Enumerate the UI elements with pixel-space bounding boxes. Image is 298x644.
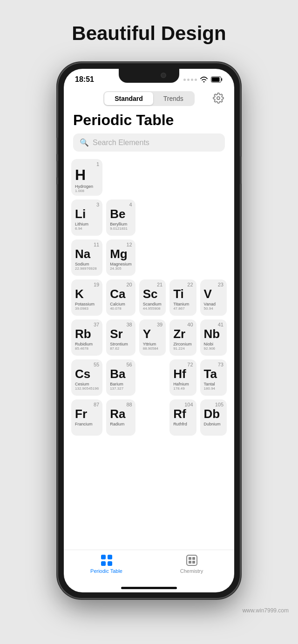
element-Hf[interactable]: 72 Hf Hafnium 178.49: [169, 359, 196, 396]
element-Ca[interactable]: 20 Ca Calcium 40.078: [106, 279, 135, 316]
tab-chemistry-label: Chemistry: [180, 568, 203, 574]
element-mass: 1.008: [75, 189, 84, 193]
empty-10: [200, 239, 227, 276]
periodic-table-tab-icon: [100, 554, 113, 567]
search-placeholder: Search Elements: [93, 139, 149, 147]
segmented-area: Standard Trends: [64, 86, 234, 109]
notch-camera: [161, 73, 166, 78]
periodic-scroll: 1 H Hydrogen 1.008 3 Li Lithium 6.94 4: [64, 157, 234, 550]
element-Ba[interactable]: 56 Ba Barium 137.327: [106, 359, 135, 396]
element-K[interactable]: 19 K Potassium 39.0983: [71, 279, 102, 316]
element-Li[interactable]: 3 Li Lithium 6.94: [71, 199, 102, 236]
empty-5: [139, 199, 166, 236]
tab-bar: Periodic Table Chemistry: [64, 550, 234, 583]
element-Db[interactable]: 105 Db Dubnium: [200, 399, 227, 436]
svg-rect-4: [108, 555, 112, 559]
empty-9: [169, 239, 196, 276]
element-Be[interactable]: 4 Be Beryllium 9.0121831: [106, 199, 135, 236]
element-Y[interactable]: 39 Y Yttrium 88.90584: [139, 319, 166, 356]
page-headline: Beautiful Design: [72, 22, 226, 45]
phone-screen: 18:51: [64, 69, 234, 592]
element-Rb[interactable]: 37 Rb Rubidium 85.4678: [71, 319, 102, 356]
chemistry-tab-icon: [185, 554, 198, 567]
empty-1: [106, 159, 135, 196]
svg-rect-5: [101, 561, 106, 566]
signal-dot-4: [195, 79, 197, 81]
signal-dots: [183, 79, 197, 81]
svg-rect-7: [187, 555, 197, 565]
tab-periodic-table[interactable]: Periodic Table: [64, 554, 149, 574]
element-Ta[interactable]: 73 Ta Tantal 180.94: [200, 359, 227, 396]
home-bar: [121, 587, 177, 589]
search-bar[interactable]: 🔍 Search Elements: [73, 133, 225, 152]
segmented-control: Standard Trends: [103, 91, 195, 106]
signal-dot-2: [187, 79, 190, 81]
empty-11: [139, 359, 166, 396]
watermark: www.win7999.com: [243, 607, 298, 614]
element-V[interactable]: 23 V Vanad 50.94: [200, 279, 227, 316]
svg-point-2: [217, 97, 220, 100]
empty-4: [200, 159, 227, 196]
svg-rect-1: [212, 77, 220, 81]
wifi-icon: [200, 76, 208, 83]
status-icons: [183, 76, 223, 83]
notch: [119, 69, 179, 83]
periodic-grid: 1 H Hydrogen 1.008 3 Li Lithium 6.94 4: [71, 159, 227, 436]
tab-periodic-table-label: Periodic Table: [90, 568, 122, 574]
empty-3: [169, 159, 196, 196]
element-Cs[interactable]: 55 Cs Cesium 132.90545196: [71, 359, 102, 396]
phone-frame: 18:51: [58, 63, 240, 598]
svg-rect-8: [189, 557, 191, 560]
element-Fr[interactable]: 87 Fr Francium: [71, 399, 102, 436]
app-title: Periodic Table: [64, 109, 234, 133]
empty-6: [169, 199, 196, 236]
search-icon: 🔍: [80, 138, 89, 147]
status-time: 18:51: [75, 75, 94, 84]
empty-12: [139, 399, 166, 436]
tab-chemistry[interactable]: Chemistry: [149, 554, 234, 574]
element-Ti[interactable]: 22 Ti Titanium 47.867: [169, 279, 196, 316]
signal-dot-1: [183, 79, 186, 81]
element-number: 1: [96, 161, 99, 167]
element-Rf[interactable]: 104 Rf Ruthfrd: [169, 399, 196, 436]
element-Mg[interactable]: 12 Mg Magnesium 24.305: [106, 239, 135, 276]
element-Sr[interactable]: 38 Sr Strontium 87.62: [106, 319, 135, 356]
element-Zr[interactable]: 40 Zr Zirconium 91.224: [169, 319, 196, 356]
element-H[interactable]: 1 H Hydrogen 1.008: [71, 159, 102, 196]
svg-rect-10: [189, 561, 191, 564]
element-name: Hydrogen: [75, 184, 93, 189]
element-Ra[interactable]: 88 Ra Radium: [106, 399, 135, 436]
battery-icon: [211, 76, 223, 83]
element-Sc[interactable]: 21 Sc Scandium 44.955908: [139, 279, 166, 316]
element-Nb[interactable]: 41 Nb Niobi 92.906: [200, 319, 227, 356]
seg-standard[interactable]: Standard: [104, 92, 153, 105]
seg-trends[interactable]: Trends: [153, 92, 194, 105]
svg-rect-11: [192, 561, 195, 564]
settings-button[interactable]: [212, 92, 225, 105]
empty-7: [200, 199, 227, 236]
svg-rect-6: [108, 561, 112, 566]
svg-rect-9: [192, 557, 195, 560]
empty-8: [139, 239, 166, 276]
signal-dot-3: [191, 79, 193, 81]
svg-rect-3: [101, 555, 106, 559]
home-indicator: [64, 583, 234, 592]
element-Na[interactable]: 11 Na Sodium 22.98976928: [71, 239, 102, 276]
empty-2: [139, 159, 166, 196]
element-symbol: H: [75, 166, 86, 184]
